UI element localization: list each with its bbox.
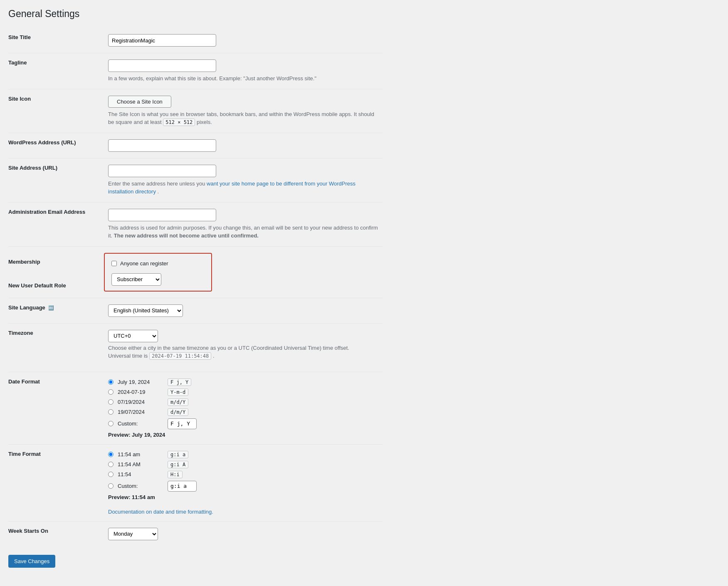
date-format-option-0: July 19, 2024 F j, Y	[108, 378, 378, 386]
site-icon-description: The Site Icon is what you see in browser…	[108, 110, 378, 126]
time-format-radio-1[interactable]	[108, 462, 114, 467]
site-title-label: Site Title	[8, 28, 104, 53]
site-title-input[interactable]	[108, 34, 216, 47]
choose-site-icon-button[interactable]: Choose a Site Icon	[108, 96, 171, 108]
date-format-code-3: d/m/Y	[168, 408, 188, 416]
date-format-option-3: 19/07/2024 d/m/Y	[108, 408, 378, 416]
save-changes-button[interactable]: Save Changes	[8, 555, 55, 568]
tagline-input[interactable]	[108, 59, 216, 72]
date-format-display-3: 19/07/2024	[118, 409, 163, 415]
date-format-option-4: Custom:	[108, 418, 378, 429]
site-address-input[interactable]	[108, 165, 216, 177]
anyone-can-register-checkbox[interactable]	[111, 261, 117, 266]
admin-email-label: Administration Email Address	[8, 202, 104, 246]
time-format-option-2: 11:54 H:i	[108, 471, 378, 478]
wp-address-input[interactable]	[108, 139, 216, 152]
anyone-can-register-text: Anyone can register	[120, 260, 168, 267]
week-starts-on-label: Week Starts On	[8, 521, 104, 546]
site-address-description: Enter the same address here unless you w…	[108, 180, 378, 196]
time-format-display-0: 11:54 am	[118, 451, 163, 457]
site-language-icon: 🔤	[48, 305, 54, 310]
date-format-group: July 19, 2024 F j, Y 2024-07-19 Y-m-d 07…	[108, 378, 378, 438]
date-format-option-1: 2024-07-19 Y-m-d	[108, 388, 378, 396]
date-time-doc-link[interactable]: Documentation on date and time formattin…	[108, 509, 213, 515]
timezone-description: Choose either a city in the same timezon…	[108, 345, 378, 351]
new-user-role-select[interactable]: Subscriber Contributor Author Editor Adm…	[111, 273, 161, 286]
date-format-display-4: Custom:	[118, 420, 163, 427]
anyone-can-register-checkbox-label[interactable]: Anyone can register	[111, 260, 205, 267]
site-language-label: Site Language 🔤	[8, 298, 104, 323]
time-format-preview: Preview: 11:54 am	[108, 494, 378, 500]
time-format-option-3: Custom:	[108, 481, 378, 492]
timezone-select[interactable]: UTC+0 UTC+1 UTC+2 UTC-5 UTC-8	[108, 330, 158, 342]
date-format-radio-3[interactable]	[108, 409, 114, 415]
date-format-display-0: July 19, 2024	[118, 379, 163, 385]
date-format-preview: Preview: July 19, 2024	[108, 432, 378, 438]
date-format-radio-4[interactable]	[108, 421, 114, 426]
date-format-radio-1[interactable]	[108, 389, 114, 395]
time-format-display-3: Custom:	[118, 483, 163, 489]
tagline-description: In a few words, explain what this site i…	[108, 74, 378, 83]
time-format-radio-0[interactable]	[108, 452, 114, 457]
date-format-radio-2[interactable]	[108, 399, 114, 405]
time-format-code-2: H:i	[168, 471, 183, 478]
site-language-select[interactable]: English (United States) English (UK) Spa…	[108, 304, 183, 317]
site-icon-label: Site Icon	[8, 89, 104, 133]
membership-label: Membership	[8, 253, 100, 265]
membership-section: Anyone can register Subscriber Contribut…	[104, 253, 212, 292]
admin-email-description: This address is used for admin purposes.…	[108, 224, 378, 240]
date-format-code-0: F j, Y	[168, 378, 191, 386]
timestamp-badge: 2024-07-19 11:54:48	[149, 352, 211, 360]
time-format-code-1: g:i A	[168, 461, 188, 468]
tagline-label: Tagline	[8, 53, 104, 89]
date-format-option-2: 07/19/2024 m/d/Y	[108, 398, 378, 406]
new-user-role-label: New User Default Role	[8, 265, 100, 289]
date-format-radio-0[interactable]	[108, 379, 114, 385]
date-format-label: Date Format	[8, 372, 104, 444]
admin-email-input[interactable]	[108, 209, 216, 221]
date-format-custom-input[interactable]	[168, 418, 197, 429]
date-format-display-2: 07/19/2024	[118, 399, 163, 405]
wp-address-label: WordPress Address (URL)	[8, 133, 104, 158]
site-address-label: Site Address (URL)	[8, 158, 104, 202]
size-badge: 512 × 512	[163, 119, 195, 126]
time-format-radio-3[interactable]	[108, 483, 114, 489]
time-format-radio-2[interactable]	[108, 472, 114, 477]
time-format-group: 11:54 am g:i a 11:54 AM g:i A 11:54 H:i	[108, 451, 378, 515]
time-format-option-1: 11:54 AM g:i A	[108, 461, 378, 468]
time-format-display-2: 11:54	[118, 471, 163, 477]
date-format-display-1: 2024-07-19	[118, 389, 163, 395]
time-format-custom-input[interactable]	[168, 481, 197, 492]
universal-time-info: Universal time is 2024-07-19 11:54:48 .	[108, 353, 378, 359]
time-format-code-0: g:i a	[168, 451, 188, 458]
week-starts-on-select[interactable]: Sunday Monday Tuesday Wednesday Thursday…	[108, 528, 158, 540]
time-format-option-0: 11:54 am g:i a	[108, 451, 378, 458]
time-format-display-1: 11:54 AM	[118, 461, 163, 467]
timezone-label: Timezone	[8, 323, 104, 365]
page-title: General Settings	[8, 8, 716, 20]
date-format-code-2: m/d/Y	[168, 398, 188, 406]
date-format-code-1: Y-m-d	[168, 388, 188, 396]
time-format-label: Time Format	[8, 444, 104, 521]
